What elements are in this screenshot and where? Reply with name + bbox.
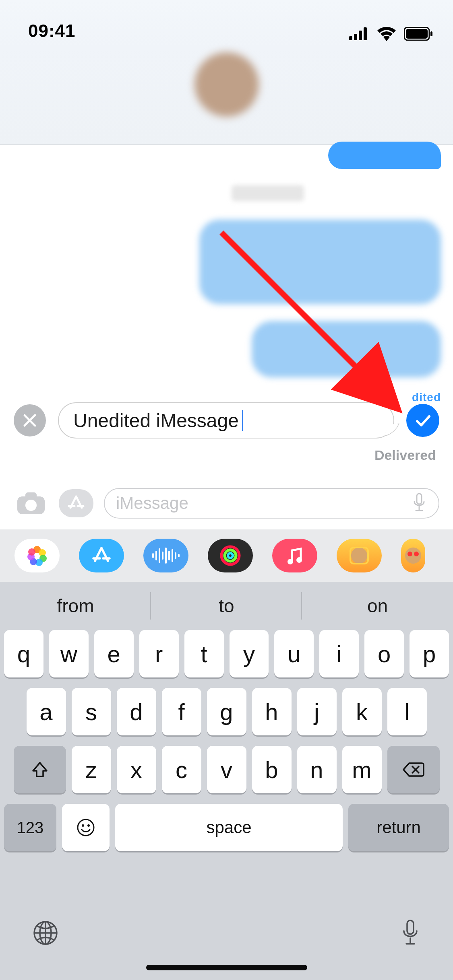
key-p[interactable]: p xyxy=(410,630,449,677)
message-bubble[interactable] xyxy=(328,142,441,169)
key-d[interactable]: d xyxy=(117,688,156,735)
svg-rect-43 xyxy=(407,920,414,934)
message-input-field[interactable]: iMessage xyxy=(104,488,439,519)
confirm-edit-button[interactable] xyxy=(406,404,439,437)
message-bubble[interactable] xyxy=(252,321,441,377)
cancel-edit-button[interactable] xyxy=(14,404,46,436)
edit-message-input[interactable]: Unedited iMessage xyxy=(58,402,394,439)
key-u[interactable]: u xyxy=(274,630,314,677)
dictation-button[interactable] xyxy=(400,919,421,949)
key-q[interactable]: q xyxy=(4,630,43,677)
svg-rect-3 xyxy=(364,27,367,40)
activity-rings-icon xyxy=(219,544,242,567)
key-w[interactable]: w xyxy=(49,630,89,677)
memoji-icon xyxy=(347,544,371,568)
status-icons xyxy=(349,27,433,41)
svg-rect-11 xyxy=(417,494,422,504)
key-o[interactable]: o xyxy=(364,630,404,677)
dictation-button[interactable] xyxy=(411,493,427,514)
key-j[interactable]: j xyxy=(297,688,337,735)
suggestion-1[interactable]: from xyxy=(0,582,151,630)
key-a[interactable]: a xyxy=(27,688,66,735)
app-fitness[interactable] xyxy=(208,539,253,572)
svg-rect-2 xyxy=(359,31,362,40)
keyboard-row-1: q w e r t y u i o p xyxy=(0,630,453,677)
key-m[interactable]: m xyxy=(342,746,382,793)
svg-point-35 xyxy=(405,548,421,564)
suggestion-3[interactable]: on xyxy=(302,582,453,630)
globe-icon xyxy=(32,920,59,946)
wifi-icon xyxy=(376,27,397,41)
key-i[interactable]: i xyxy=(319,630,359,677)
keyboard-suggestions: from to on xyxy=(0,582,453,630)
key-y[interactable]: y xyxy=(230,630,269,677)
key-l[interactable]: l xyxy=(387,688,427,735)
key-t[interactable]: t xyxy=(184,630,224,677)
photos-icon xyxy=(26,545,48,566)
key-space[interactable]: space xyxy=(115,804,343,851)
key-r[interactable]: r xyxy=(139,630,179,677)
message-bubble[interactable] xyxy=(199,220,441,304)
keyboard-row-4: 123 space return xyxy=(0,804,453,851)
message-input-bar: iMessage xyxy=(0,481,453,525)
microphone-icon xyxy=(411,493,427,512)
app-store-icon xyxy=(66,495,86,512)
app-voice-memos[interactable] xyxy=(143,539,188,572)
key-v[interactable]: v xyxy=(207,746,246,793)
svg-rect-5 xyxy=(406,29,428,39)
imessage-app-strip[interactable] xyxy=(0,529,453,582)
app-photos[interactable] xyxy=(14,539,60,572)
status-bar: 09:41 xyxy=(0,0,453,48)
key-return[interactable]: return xyxy=(348,804,449,851)
globe-button[interactable] xyxy=(32,920,59,948)
conversation-header[interactable] xyxy=(0,48,453,145)
emoji-icon xyxy=(76,818,95,837)
suggestion-2[interactable]: to xyxy=(151,582,302,630)
svg-point-29 xyxy=(225,550,236,561)
svg-point-10 xyxy=(25,500,37,511)
app-memoji-stickers[interactable] xyxy=(401,539,425,572)
memoji-sticker-icon xyxy=(401,544,425,568)
waveform-icon xyxy=(151,548,181,564)
key-emoji[interactable] xyxy=(62,804,110,851)
key-shift[interactable] xyxy=(14,746,66,793)
delivered-label: Delivered xyxy=(374,447,436,463)
microphone-icon xyxy=(400,919,421,947)
backspace-icon xyxy=(403,762,424,778)
app-music[interactable] xyxy=(272,539,317,572)
svg-point-38 xyxy=(78,819,94,836)
edit-message-text: Unedited iMessage xyxy=(73,410,239,432)
message-placeholder: iMessage xyxy=(116,494,188,513)
svg-point-39 xyxy=(82,824,84,827)
key-h[interactable]: h xyxy=(252,688,292,735)
key-c[interactable]: c xyxy=(162,746,201,793)
key-g[interactable]: g xyxy=(207,688,246,735)
home-indicator[interactable] xyxy=(146,965,307,970)
key-s[interactable]: s xyxy=(72,688,111,735)
camera-button[interactable] xyxy=(14,489,48,517)
key-n[interactable]: n xyxy=(297,746,337,793)
svg-point-31 xyxy=(288,559,293,564)
contact-avatar[interactable] xyxy=(194,52,259,117)
close-icon xyxy=(23,414,37,427)
key-symbols[interactable]: 123 xyxy=(4,804,56,851)
svg-rect-1 xyxy=(354,34,357,40)
camera-icon xyxy=(17,492,46,515)
key-k[interactable]: k xyxy=(342,688,382,735)
app-store[interactable] xyxy=(79,539,124,572)
key-e[interactable]: e xyxy=(94,630,134,677)
svg-point-40 xyxy=(87,824,90,827)
app-store-button[interactable] xyxy=(59,489,93,517)
conversation-area[interactable]: dited Unedited iMessage Delivered xyxy=(0,145,453,483)
key-f[interactable]: f xyxy=(162,688,201,735)
key-backspace[interactable] xyxy=(387,746,440,793)
svg-point-32 xyxy=(296,557,302,563)
key-z[interactable]: z xyxy=(72,746,111,793)
svg-rect-9 xyxy=(25,492,37,499)
keyboard-row-2: a s d f g h j k l xyxy=(0,688,453,735)
key-b[interactable]: b xyxy=(252,746,292,793)
app-memoji[interactable] xyxy=(337,539,382,572)
key-x[interactable]: x xyxy=(117,746,156,793)
status-time: 09:41 xyxy=(28,21,76,41)
svg-point-37 xyxy=(414,552,419,556)
